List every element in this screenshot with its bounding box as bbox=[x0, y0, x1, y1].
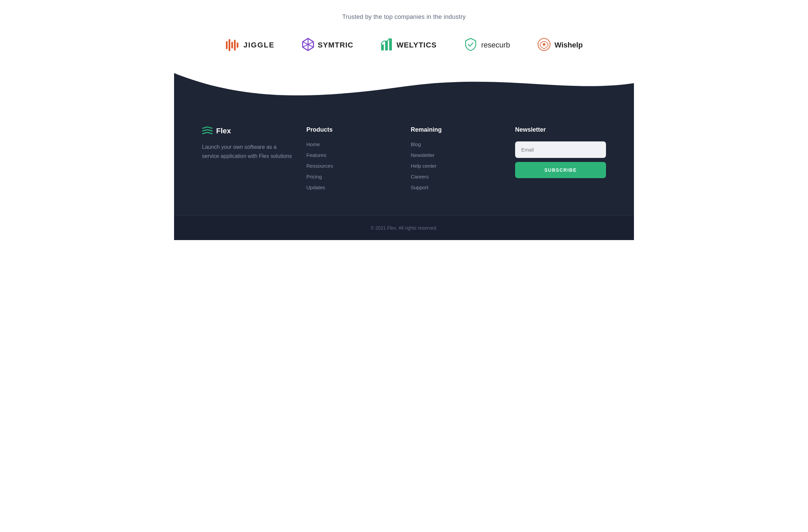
wishelp-logo: Wishelp bbox=[537, 37, 583, 53]
products-title: Products bbox=[306, 126, 397, 133]
svg-rect-5 bbox=[381, 44, 384, 51]
svg-rect-3 bbox=[234, 40, 236, 51]
list-item: Careers bbox=[411, 174, 502, 180]
svg-rect-1 bbox=[228, 39, 230, 51]
list-item: Support bbox=[411, 184, 502, 190]
svg-rect-7 bbox=[389, 38, 392, 51]
wishelp-text: Wishelp bbox=[554, 41, 583, 50]
brand-description: Launch your own software as a service ap… bbox=[202, 143, 293, 161]
remaining-support-link[interactable]: Support bbox=[411, 184, 428, 190]
list-item: Home bbox=[306, 142, 397, 147]
symtric-logo: SYMTRIC bbox=[302, 38, 353, 53]
trusted-label: Trusted by the top companies in the indu… bbox=[174, 14, 634, 20]
products-ressources-link[interactable]: Ressources bbox=[306, 163, 333, 169]
footer-section: Flex Launch your own software as a servi… bbox=[174, 99, 634, 216]
list-item: Blog bbox=[411, 142, 502, 147]
list-item: Ressources bbox=[306, 163, 397, 169]
products-features-link[interactable]: Features bbox=[306, 152, 326, 158]
welytics-logo: WELYTICS bbox=[381, 38, 437, 53]
products-updates-link[interactable]: Updates bbox=[306, 184, 325, 190]
remaining-column: Remaining Blog Newsletter Help center Ca… bbox=[411, 126, 502, 195]
symtric-icon bbox=[302, 38, 314, 53]
products-pricing-link[interactable]: Pricing bbox=[306, 174, 322, 180]
logos-row: JIGGLE SYMTRIC WELYTICS bbox=[174, 37, 634, 53]
svg-rect-0 bbox=[226, 41, 227, 49]
subscribe-button[interactable]: SUBSCRIBE bbox=[515, 162, 606, 178]
list-item: Pricing bbox=[306, 174, 397, 180]
newsletter-column: Newsletter SUBSCRIBE bbox=[515, 126, 606, 195]
wishelp-icon bbox=[537, 37, 551, 53]
list-item: Updates bbox=[306, 184, 397, 190]
wave-transition bbox=[174, 73, 634, 100]
bottom-bar: © 2021 Flex. All rights reserved. bbox=[174, 216, 634, 240]
products-home-link[interactable]: Home bbox=[306, 142, 320, 147]
remaining-newsletter-link[interactable]: Newsletter bbox=[411, 152, 435, 158]
remaining-helpcenter-link[interactable]: Help center bbox=[411, 163, 437, 169]
jiggle-text: JIGGLE bbox=[243, 41, 275, 50]
resecurb-text: resecurb bbox=[481, 41, 510, 50]
jiggle-icon bbox=[225, 38, 240, 52]
email-input[interactable] bbox=[515, 142, 606, 158]
svg-rect-2 bbox=[231, 42, 233, 49]
remaining-title: Remaining bbox=[411, 126, 502, 133]
symtric-text: SYMTRIC bbox=[318, 41, 353, 50]
copyright-text: © 2021 Flex. All rights reserved. bbox=[183, 225, 625, 231]
list-item: Newsletter bbox=[411, 152, 502, 158]
products-column: Products Home Features Ressources Pricin… bbox=[306, 126, 397, 195]
brand-column: Flex Launch your own software as a servi… bbox=[202, 126, 293, 195]
welytics-icon bbox=[381, 38, 393, 53]
newsletter-title: Newsletter bbox=[515, 126, 606, 133]
resecurb-icon bbox=[464, 37, 478, 53]
resecurb-logo: resecurb bbox=[464, 37, 510, 53]
brand-logo: Flex bbox=[202, 126, 293, 136]
remaining-list: Blog Newsletter Help center Careers Supp… bbox=[411, 142, 502, 190]
svg-rect-6 bbox=[385, 41, 388, 51]
list-item: Help center bbox=[411, 163, 502, 169]
flex-logo-icon bbox=[202, 126, 213, 136]
remaining-blog-link[interactable]: Blog bbox=[411, 142, 421, 147]
remaining-careers-link[interactable]: Careers bbox=[411, 174, 428, 180]
svg-point-9 bbox=[543, 43, 545, 46]
jiggle-logo: JIGGLE bbox=[225, 38, 275, 52]
welytics-text: WELYTICS bbox=[397, 41, 437, 50]
top-section: Trusted by the top companies in the indu… bbox=[174, 0, 634, 73]
products-list: Home Features Ressources Pricing Updates bbox=[306, 142, 397, 190]
footer-grid: Flex Launch your own software as a servi… bbox=[202, 126, 606, 195]
list-item: Features bbox=[306, 152, 397, 158]
brand-name: Flex bbox=[216, 127, 231, 135]
svg-rect-4 bbox=[237, 42, 238, 48]
